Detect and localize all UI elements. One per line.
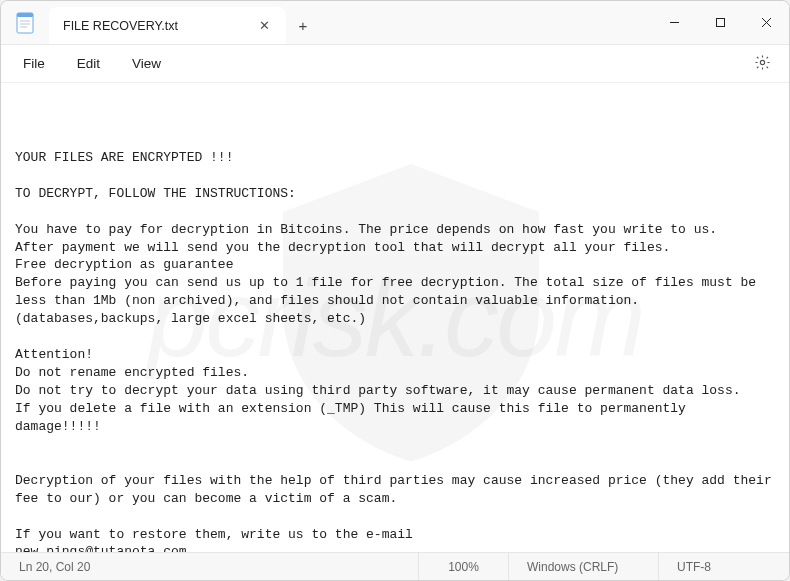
new-tab-button[interactable]: +	[286, 7, 320, 44]
tab-label: FILE RECOVERY.txt	[63, 19, 178, 33]
svg-rect-6	[716, 19, 724, 27]
status-zoom[interactable]: 100%	[419, 553, 509, 580]
gear-icon	[754, 54, 771, 74]
svg-point-9	[760, 60, 764, 64]
svg-rect-1	[17, 13, 33, 17]
tab-close-button[interactable]: ✕	[258, 19, 272, 33]
window-controls	[651, 1, 789, 44]
notepad-window: FILE RECOVERY.txt ✕ + File Edit View	[0, 0, 790, 581]
menubar: File Edit View	[1, 45, 789, 83]
close-window-button[interactable]	[743, 1, 789, 44]
menu-edit[interactable]: Edit	[63, 50, 114, 77]
minimize-button[interactable]	[651, 1, 697, 44]
settings-button[interactable]	[747, 49, 777, 79]
text-editor[interactable]: YOUR FILES ARE ENCRYPTED !!! TO DECRYPT,…	[1, 83, 789, 552]
app-icon-wrap	[1, 1, 49, 44]
tab-file-recovery[interactable]: FILE RECOVERY.txt ✕	[49, 7, 286, 44]
titlebar-spacer	[320, 1, 651, 44]
maximize-button[interactable]	[697, 1, 743, 44]
status-eol[interactable]: Windows (CRLF)	[509, 553, 659, 580]
notepad-icon	[16, 12, 34, 34]
status-encoding[interactable]: UTF-8	[659, 553, 789, 580]
status-position[interactable]: Ln 20, Col 20	[1, 553, 419, 580]
menu-view[interactable]: View	[118, 50, 175, 77]
menu-file[interactable]: File	[13, 50, 59, 77]
titlebar: FILE RECOVERY.txt ✕ +	[1, 1, 789, 45]
editor-content: YOUR FILES ARE ENCRYPTED !!! TO DECRYPT,…	[15, 149, 775, 552]
status-bar: Ln 20, Col 20 100% Windows (CRLF) UTF-8	[1, 552, 789, 580]
